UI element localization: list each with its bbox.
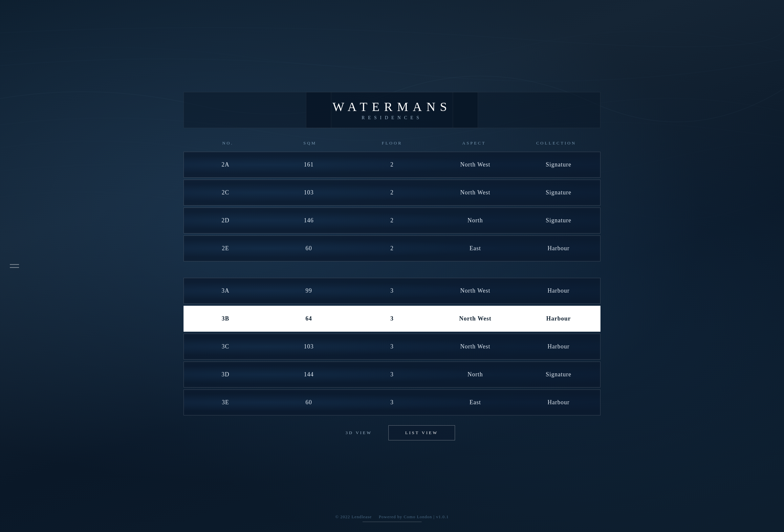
table-row[interactable]: 2E602EastHarbour bbox=[184, 235, 600, 261]
cell-sqm: 103 bbox=[267, 334, 351, 359]
footer-underline bbox=[362, 522, 422, 522]
table-row[interactable]: 3E603EastHarbour bbox=[184, 390, 600, 415]
cell-no: 2A bbox=[184, 152, 267, 177]
main-content: WATERMANS RESIDENCES NO. SQM FLOOR ASPEC… bbox=[184, 92, 600, 440]
cell-collection: Signature bbox=[517, 180, 600, 205]
header-right-panel bbox=[453, 92, 600, 128]
cell-aspect: North West bbox=[434, 278, 517, 303]
cell-floor: 3 bbox=[350, 306, 434, 331]
header-left-panel bbox=[184, 92, 331, 128]
cell-no: 3E bbox=[184, 390, 267, 415]
logo-block: WATERMANS RESIDENCES bbox=[306, 92, 478, 128]
cell-collection: Signature bbox=[517, 362, 600, 387]
table-row[interactable]: 2D1462NorthSignature bbox=[184, 207, 600, 233]
cell-aspect: North West bbox=[434, 180, 517, 205]
cell-sqm: 99 bbox=[267, 278, 351, 303]
table-row[interactable]: 3A993North WestHarbour bbox=[184, 278, 600, 304]
cell-floor: 2 bbox=[350, 152, 434, 177]
brand-name: WATERMANS bbox=[333, 100, 451, 114]
list-view-button[interactable]: LIST VIEW bbox=[388, 425, 455, 440]
cell-aspect: North West bbox=[434, 306, 517, 331]
table-row[interactable]: 3B643North WestHarbour bbox=[184, 306, 600, 332]
cell-sqm: 146 bbox=[267, 208, 351, 233]
cell-collection: Signature bbox=[517, 152, 600, 177]
menu-line-2 bbox=[10, 267, 19, 268]
cell-aspect: East bbox=[434, 236, 517, 261]
footer: © 2022 Lendlease Powered by Como London … bbox=[335, 514, 448, 522]
cell-floor: 2 bbox=[350, 180, 434, 205]
app-container: WATERMANS RESIDENCES NO. SQM FLOOR ASPEC… bbox=[0, 0, 784, 532]
cell-no: 3B bbox=[184, 306, 267, 331]
cell-aspect: North West bbox=[434, 334, 517, 359]
cell-floor: 3 bbox=[350, 278, 434, 303]
cell-sqm: 144 bbox=[267, 362, 351, 387]
cell-sqm: 103 bbox=[267, 180, 351, 205]
cell-sqm: 64 bbox=[267, 306, 351, 331]
cell-aspect: East bbox=[434, 390, 517, 415]
cell-floor: 3 bbox=[350, 362, 434, 387]
col-header-sqm: SQM bbox=[269, 138, 351, 148]
table-row[interactable]: 3C1033North WestHarbour bbox=[184, 334, 600, 360]
3d-view-button[interactable]: 3D VIEW bbox=[329, 426, 389, 440]
header: WATERMANS RESIDENCES bbox=[184, 92, 600, 128]
cell-no: 2E bbox=[184, 236, 267, 261]
cell-floor: 3 bbox=[350, 390, 434, 415]
brand-subtitle: RESIDENCES bbox=[333, 115, 451, 120]
cell-aspect: North West bbox=[434, 152, 517, 177]
cell-no: 3A bbox=[184, 278, 267, 303]
cell-no: 3D bbox=[184, 362, 267, 387]
col-header-aspect: ASPECT bbox=[433, 138, 515, 148]
cell-sqm: 161 bbox=[267, 152, 351, 177]
cell-collection: Harbour bbox=[517, 306, 600, 331]
view-toggle-bar: 3D VIEW LIST VIEW bbox=[184, 425, 600, 440]
floor-2-section: 2A1612North WestSignature2C1032North Wes… bbox=[184, 152, 600, 261]
table-row[interactable]: 3D1443NorthSignature bbox=[184, 362, 600, 388]
footer-copyright: © 2022 Lendlease Powered by Como London … bbox=[335, 514, 448, 520]
cell-aspect: North bbox=[434, 362, 517, 387]
cell-floor: 2 bbox=[350, 236, 434, 261]
cell-sqm: 60 bbox=[267, 236, 351, 261]
table-row[interactable]: 2A1612North WestSignature bbox=[184, 152, 600, 178]
cell-floor: 2 bbox=[350, 208, 434, 233]
col-header-no: NO. bbox=[187, 138, 269, 148]
col-header-floor: FLOOR bbox=[351, 138, 433, 148]
table-row[interactable]: 2C1032North WestSignature bbox=[184, 179, 600, 205]
cell-collection: Harbour bbox=[517, 334, 600, 359]
table-headers: NO. SQM FLOOR ASPECT COLLECTION bbox=[184, 138, 600, 148]
menu-line-1 bbox=[10, 264, 19, 265]
cell-aspect: North bbox=[434, 208, 517, 233]
col-header-collection: COLLECTION bbox=[515, 138, 597, 148]
cell-floor: 3 bbox=[350, 334, 434, 359]
cell-collection: Harbour bbox=[517, 236, 600, 261]
cell-no: 2C bbox=[184, 180, 267, 205]
menu-button[interactable] bbox=[10, 264, 19, 268]
floor-3-section: 3A993North WestHarbour3B643North WestHar… bbox=[184, 278, 600, 415]
cell-collection: Harbour bbox=[517, 390, 600, 415]
cell-collection: Harbour bbox=[517, 278, 600, 303]
cell-no: 2D bbox=[184, 208, 267, 233]
cell-sqm: 60 bbox=[267, 390, 351, 415]
cell-collection: Signature bbox=[517, 208, 600, 233]
cell-no: 3C bbox=[184, 334, 267, 359]
